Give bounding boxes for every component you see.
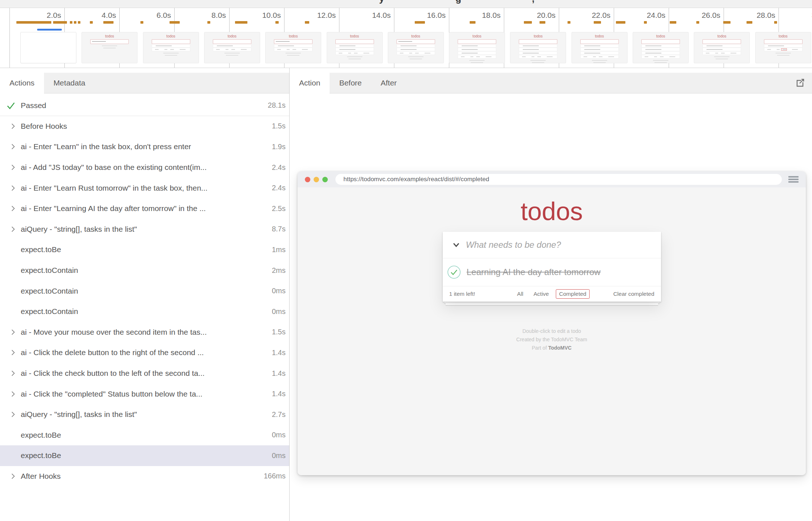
thumbnail-filter-bar xyxy=(519,55,557,59)
action-duration: 1.5s xyxy=(272,328,286,336)
clear-completed-button[interactable]: Clear completed xyxy=(613,291,654,297)
action-duration: 0ms xyxy=(272,431,286,439)
tab-after[interactable]: After xyxy=(371,73,406,93)
action-row[interactable]: expect.toBe1ms xyxy=(0,239,289,260)
filmstrip-thumbnail[interactable]: todos xyxy=(510,32,566,63)
action-row[interactable]: expect.toContain2ms xyxy=(0,260,289,281)
snapshot-panel: Action Before After https://todomvc.c xyxy=(290,68,812,521)
top-title-strip: y g , xyxy=(0,0,812,8)
action-row[interactable]: ai - Enter "Learn Rust tomorrow" in the … xyxy=(0,178,289,198)
action-row[interactable]: aiQuery - "string[], tasks in the list"2… xyxy=(0,404,289,425)
action-row[interactable]: After Hooks166ms xyxy=(0,466,289,487)
action-row[interactable]: ai - Click the delete button to the righ… xyxy=(0,342,289,363)
thumbnail-todo-line xyxy=(764,44,803,48)
chevron-right-icon[interactable] xyxy=(9,163,17,172)
browser-menu-icon[interactable] xyxy=(788,175,799,184)
action-list: Passed28.1sBefore Hooks1.5sai - Enter "L… xyxy=(0,94,289,486)
chevron-right-icon[interactable] xyxy=(9,472,17,480)
action-row[interactable]: ai - Enter "Learning AI the day after to… xyxy=(0,198,289,219)
action-row[interactable]: aiQuery - "string[], tasks in the list"8… xyxy=(0,219,289,240)
todo-footer: 1 item left! All Active Completed Clear … xyxy=(443,286,661,302)
action-duration: 28.1s xyxy=(268,101,286,110)
chevron-right-icon[interactable] xyxy=(9,390,17,398)
open-snapshot-button[interactable] xyxy=(794,77,806,89)
new-todo-row: What needs to be done? xyxy=(443,232,661,258)
thumbnail-filter-bar xyxy=(152,48,190,51)
filmstrip-thumbnail[interactable]: todos xyxy=(388,32,443,63)
action-row[interactable]: ai - Enter "Learn" in the task box, don'… xyxy=(0,136,289,157)
actions-panel: Actions Metadata Passed28.1sBefore Hooks… xyxy=(0,68,290,521)
thumbnail-todos-title: todos xyxy=(266,34,321,38)
action-row[interactable]: ai - Add "JS today" to base on the exist… xyxy=(0,157,289,178)
filmstrip-thumbnail[interactable]: todos xyxy=(82,32,137,63)
thumbnail-todo-line xyxy=(519,52,557,55)
thumbnail-todo-line xyxy=(152,44,190,48)
action-duration: 1.4s xyxy=(272,390,286,398)
thumbnail-input-box xyxy=(335,39,374,44)
activity-mark xyxy=(170,21,180,24)
tab-actions[interactable]: Actions xyxy=(0,73,44,94)
filter-active[interactable]: Active xyxy=(530,289,552,299)
new-todo-placeholder[interactable]: What needs to be done? xyxy=(466,240,561,250)
thumbnail-todos-title: todos xyxy=(572,34,627,38)
action-label: aiQuery - "string[], tasks in the list" xyxy=(21,225,137,234)
filter-all[interactable]: All xyxy=(514,289,526,299)
toggle-all-chevron-down-icon[interactable] xyxy=(449,240,464,250)
thumbnail-filter-bar xyxy=(580,55,619,59)
action-row[interactable]: expect.toContain0ms xyxy=(0,281,289,301)
thumbnail-input-box xyxy=(519,39,557,44)
thumbnail-todos-title: todos xyxy=(694,34,749,38)
chevron-right-icon[interactable] xyxy=(9,122,17,130)
chevron-right-icon[interactable] xyxy=(9,143,17,151)
activity-mark xyxy=(103,21,114,24)
chevron-right-icon[interactable] xyxy=(9,410,17,419)
action-row[interactable]: ai - Click the check button to the left … xyxy=(0,363,289,384)
tab-action[interactable]: Action xyxy=(290,73,330,94)
action-duration: 1.5s xyxy=(272,122,286,130)
filmstrip-thumbnail[interactable]: todos xyxy=(756,32,811,63)
chevron-right-icon[interactable] xyxy=(9,328,17,336)
action-row[interactable]: Passed28.1s xyxy=(0,95,289,116)
chevron-right-icon[interactable] xyxy=(9,369,17,378)
action-row[interactable]: expect.toContain0ms xyxy=(0,301,289,322)
tab-metadata[interactable]: Metadata xyxy=(44,73,95,93)
filmstrip-thumbnail[interactable]: todos xyxy=(633,32,688,63)
chevron-right-icon[interactable] xyxy=(9,349,17,357)
action-duration: 0ms xyxy=(272,307,286,316)
filter-completed[interactable]: Completed xyxy=(556,289,590,299)
selected-range-bar xyxy=(37,29,62,31)
action-label: ai - Add "JS today" to base on the exist… xyxy=(21,163,207,172)
activity-mark xyxy=(235,21,247,24)
tab-before[interactable]: Before xyxy=(330,73,371,93)
todomvc-link[interactable]: TodoMVC xyxy=(548,345,572,351)
chevron-right-icon[interactable] xyxy=(9,204,17,213)
filmstrip-thumbnail[interactable]: todos xyxy=(327,32,382,63)
thumbnail-todo-line xyxy=(702,48,741,51)
left-tabbar: Actions Metadata xyxy=(0,73,289,94)
filmstrip-thumbnail[interactable]: todos xyxy=(449,32,505,63)
filmstrip-thumbnail[interactable]: todos xyxy=(143,32,199,63)
timeline-gridline xyxy=(9,8,10,68)
filmstrip-thumbnail[interactable]: todos xyxy=(204,32,260,63)
main-split: Actions Metadata Passed28.1sBefore Hooks… xyxy=(0,68,812,521)
filmstrip-thumbnail[interactable]: todos xyxy=(694,32,749,63)
chevron-right-icon[interactable] xyxy=(9,184,17,192)
info-line: Double-click to edit a todo xyxy=(298,327,806,335)
todo-checked-icon[interactable] xyxy=(447,265,461,279)
filmstrip-thumbnail[interactable]: todos xyxy=(572,32,627,63)
activity-mark xyxy=(16,21,51,24)
address-bar[interactable]: https://todomvc.com/examples/react/dist/… xyxy=(335,174,782,185)
action-row[interactable]: ai - Move your mouse over the second ite… xyxy=(0,322,289,343)
action-label: ai - Enter "Learn Rust tomorrow" in the … xyxy=(21,184,207,192)
action-row[interactable]: expect.toBe0ms xyxy=(0,445,289,466)
filmstrip-thumbnail[interactable]: todos xyxy=(266,32,321,63)
thumbnail-todos-title: todos xyxy=(82,34,137,38)
chevron-right-icon[interactable] xyxy=(9,225,17,233)
action-row[interactable]: expect.toBe0ms xyxy=(0,425,289,446)
timeline-ruler[interactable]: 2.0s4.0s6.0s8.0s10.0s12.0s14.0s16.0s18.0… xyxy=(0,8,812,68)
action-row[interactable]: ai - Click the "completed" Status button… xyxy=(0,383,289,404)
action-row[interactable]: Before Hooks1.5s xyxy=(0,116,289,137)
clipped-title-fragment: g xyxy=(455,0,461,4)
action-label: aiQuery - "string[], tasks in the list" xyxy=(21,410,137,419)
filmstrip-thumbnail[interactable] xyxy=(21,32,76,63)
